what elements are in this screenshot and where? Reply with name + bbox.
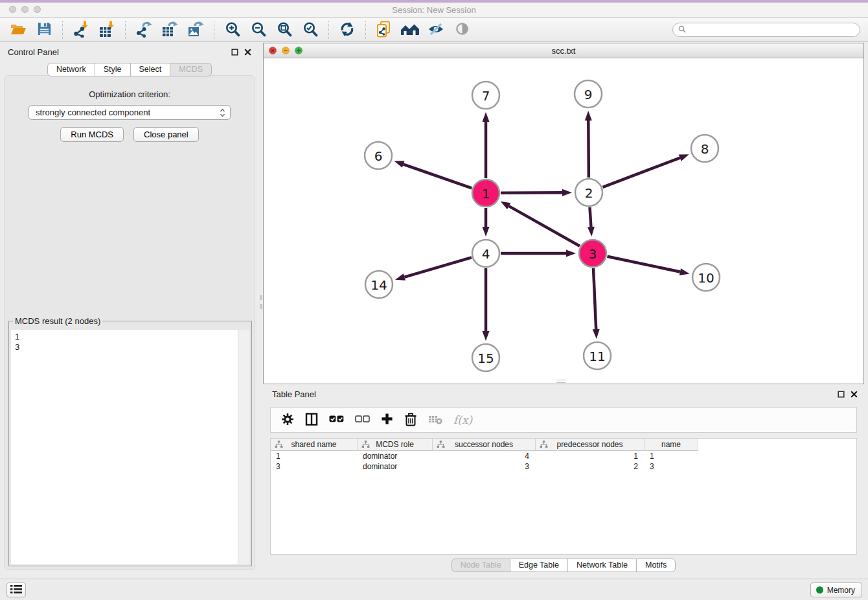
save-session-button[interactable]	[34, 19, 54, 40]
window-title: Session: New Session	[0, 5, 868, 15]
zoom-selected-button[interactable]	[300, 19, 321, 40]
criterion-selected-value: strongly connected component	[36, 108, 150, 117]
flow-icon	[540, 441, 548, 450]
network-view-window: scc.txt 7968124314101511	[263, 43, 864, 384]
column-header-successor-nodes[interactable]: successor nodes	[433, 439, 536, 451]
cell-successor-nodes: 3	[433, 461, 536, 472]
column-header-name[interactable]: name	[645, 439, 698, 451]
graph-edge-4-14[interactable]	[404, 257, 472, 277]
import-network-button[interactable]	[71, 19, 91, 40]
open-session-button[interactable]	[8, 19, 29, 40]
search-input[interactable]	[689, 25, 854, 34]
search-box[interactable]	[672, 23, 860, 37]
view-resize-grip[interactable]	[556, 380, 565, 383]
delete-column-icon	[404, 412, 417, 428]
close-panel-button[interactable]: Close panel	[133, 127, 199, 142]
first-neighbors-button[interactable]	[374, 19, 394, 40]
tab-motifs[interactable]: Motifs	[636, 559, 676, 572]
memory-button[interactable]: Memory	[810, 583, 862, 597]
hide-details-icon	[428, 22, 444, 38]
columns-button[interactable]	[305, 413, 318, 428]
graph-edge-arrow	[501, 202, 511, 209]
zoom-out-button[interactable]	[248, 19, 269, 40]
graph-node-label-11: 11	[589, 349, 605, 364]
tab-style[interactable]: Style	[95, 63, 131, 76]
graph-edge-arrow	[679, 154, 689, 161]
deselect-all-columns-button[interactable]	[355, 414, 370, 426]
tab-mcds[interactable]: MCDS	[170, 63, 212, 76]
tab-network[interactable]: Network	[47, 63, 95, 76]
graph-edge-arrow	[395, 273, 405, 281]
column-header-mcds-role[interactable]: MCDS role	[358, 439, 433, 451]
graph-edge-arrow	[562, 189, 572, 196]
gear-button[interactable]	[281, 413, 294, 428]
graph-edge-3-11[interactable]	[593, 268, 596, 329]
close-panel-icon[interactable]	[244, 48, 251, 58]
column-header-label: name	[661, 440, 681, 449]
delete-column-button[interactable]	[404, 412, 417, 428]
graph-edge-3-1[interactable]	[509, 206, 580, 246]
zoom-in-button[interactable]	[222, 19, 243, 40]
close-table-panel-icon[interactable]	[851, 390, 858, 400]
column-header-label: shared name	[291, 440, 336, 449]
export-image-button[interactable]	[185, 19, 206, 40]
column-header-label: successor nodes	[455, 440, 513, 449]
graph-edge-2-8[interactable]	[603, 158, 680, 187]
graph-edge-arrow	[680, 268, 690, 275]
graph-edge-1-2[interactable]	[501, 192, 562, 193]
graph-edge-arrow	[483, 331, 490, 341]
application-window: Session: New Session Control Panel Netwo…	[0, 0, 868, 600]
column-header-shared-name[interactable]: shared name	[271, 439, 358, 451]
tab-edge-table[interactable]: Edge Table	[510, 559, 568, 572]
titlebar: Session: New Session	[0, 0, 868, 17]
select-all-columns-button[interactable]	[329, 414, 344, 426]
show-details-button[interactable]	[451, 19, 472, 40]
run-mcds-button[interactable]: Run MCDS	[60, 127, 124, 142]
network-window-titlebar[interactable]: scc.txt	[264, 43, 863, 58]
tab-network-table[interactable]: Network Table	[567, 559, 637, 572]
graph-edge-2-9[interactable]	[588, 121, 589, 178]
tab-node-table[interactable]: Node Table	[451, 559, 510, 572]
gear-icon	[281, 413, 294, 428]
toolbar-separator	[328, 21, 329, 39]
houses-icon	[400, 21, 420, 39]
graph-edge-3-10[interactable]	[608, 257, 680, 272]
graph-node-label-9: 9	[584, 87, 593, 102]
control-panel-title: Control Panel	[8, 47, 59, 57]
table-row[interactable]: 3dominator323	[271, 461, 856, 472]
graph-edge-2-3[interactable]	[589, 207, 591, 227]
function-builder-button[interactable]: f(x)	[453, 413, 472, 426]
hide-details-button[interactable]	[426, 19, 446, 40]
float-panel-icon[interactable]	[231, 48, 238, 58]
graph-edge-1-6[interactable]	[404, 165, 472, 189]
export-table-button[interactable]	[159, 19, 180, 40]
delete-table-button[interactable]	[428, 414, 442, 426]
zoom-fit-button[interactable]	[274, 19, 295, 40]
graph-node-label-14: 14	[371, 277, 387, 293]
add-column-button[interactable]	[381, 413, 393, 427]
graph-node-label-6: 6	[374, 148, 383, 164]
refresh-icon	[339, 21, 355, 39]
float-table-panel-icon[interactable]	[838, 390, 845, 400]
tab-select[interactable]: Select	[130, 63, 171, 76]
import-table-button[interactable]	[97, 19, 117, 40]
toolbar-separator	[365, 21, 366, 39]
deselect-all-columns-icon	[355, 414, 370, 426]
show-details-icon	[455, 21, 470, 38]
add-column-icon	[381, 413, 393, 427]
column-header-predecessor-nodes[interactable]: predecessor nodes	[536, 439, 645, 451]
toolbar-separator	[214, 21, 214, 39]
result-scrollbar[interactable]	[238, 330, 249, 564]
graph-edge-arrow	[588, 227, 595, 237]
criterion-select[interactable]: strongly connected component	[29, 105, 231, 120]
houses-button[interactable]	[400, 19, 420, 40]
refresh-button[interactable]	[337, 19, 358, 40]
table-row[interactable]: 1dominator411	[271, 451, 856, 461]
import-network-icon	[73, 21, 89, 40]
export-network-button[interactable]	[133, 19, 154, 40]
optimization-criterion-label: Optimization criterion:	[5, 89, 255, 99]
column-header-label: predecessor nodes	[556, 440, 622, 449]
network-canvas[interactable]: 7968124314101511	[264, 58, 863, 384]
mcds-result-text[interactable]: 1 3	[11, 330, 238, 564]
task-history-button[interactable]	[6, 583, 26, 597]
